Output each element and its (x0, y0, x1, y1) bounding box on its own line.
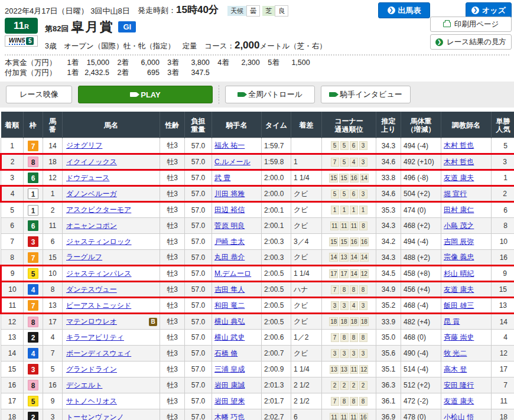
trainer-cell: 堀 宣行 (441, 186, 492, 202)
corner-positions: 7888 (322, 330, 376, 346)
table-row: 6611オニャンコポン牡357.0菅原 明良2:00.1クビ111111834.… (1, 218, 514, 234)
jockey-link[interactable]: 横山 典弘 (214, 317, 245, 325)
frame-number-badge: 5 (28, 268, 38, 279)
trainer-cell: 田村 康仁 (441, 202, 492, 218)
jockey-link[interactable]: 福永 祐一 (214, 141, 245, 149)
trainer-link[interactable]: 安田 隆行 (444, 381, 474, 389)
trainer-link[interactable]: 田村 康仁 (444, 206, 474, 214)
column-header: 調教師名 (441, 112, 492, 138)
frame-cell: 4 (24, 282, 43, 298)
horse-link[interactable]: マテンロウレオ (66, 317, 117, 325)
horse-link[interactable]: サトノヘリオス (66, 397, 117, 405)
corner-position-box: 18 (329, 317, 338, 326)
horse-name-cell: キラーアビリティ (63, 330, 160, 346)
trainer-link[interactable]: 斉藤 崇史 (444, 333, 474, 341)
jockey-link[interactable]: 横山 武史 (214, 333, 245, 341)
finish-time: 2:00.0 (262, 186, 291, 202)
race-video-button[interactable]: レース映像 (6, 86, 72, 103)
jockey-link[interactable]: 木幡 巧也 (214, 413, 245, 420)
finish-position: 6 (1, 218, 24, 234)
trainer-link[interactable]: 昆 貢 (444, 317, 460, 325)
result-guide-button[interactable]: レース結果の見方 (430, 34, 512, 50)
corner-positions: 5563 (322, 138, 376, 154)
jockey-link[interactable]: M.デムーロ (214, 269, 251, 278)
print-page-button[interactable]: 印刷用ページ (430, 17, 512, 32)
horse-link[interactable]: ビーアストニッシド (66, 301, 131, 310)
horse-link[interactable]: アスクビクターモア (66, 206, 131, 214)
table-row: 736ジャスティンロック牡357.0戸崎 圭太2:00.33／415151616… (1, 234, 514, 250)
horse-body-weight: 472 (-2) (401, 393, 441, 409)
jockey-link[interactable]: 吉田 隼人 (214, 285, 245, 294)
horse-link[interactable]: ダンテスヴュー (66, 285, 117, 294)
trainer-link[interactable]: 小桧山 悟 (444, 413, 474, 420)
corner-position-box: 8 (359, 397, 367, 406)
horse-link[interactable]: ジオグリフ (66, 141, 102, 149)
jockey-link[interactable]: C.ルメール (214, 158, 251, 166)
trainer-link[interactable]: 高木 登 (444, 365, 467, 373)
finish-position: 4 (1, 186, 24, 202)
jockey-link[interactable]: 石橋 脩 (214, 349, 238, 357)
trainer-link[interactable]: 牧 光二 (444, 349, 467, 357)
jockey-link[interactable]: 戸崎 圭太 (214, 237, 245, 246)
horse-link[interactable]: キラーアビリティ (66, 333, 124, 341)
trainer-link[interactable]: 吉岡 辰弥 (444, 237, 474, 246)
table-row: 1759サトノヘリオス牡357.0岩田 望来2:01.72 1/2788836.… (1, 393, 514, 409)
trainer-link[interactable]: 木村 哲也 (444, 158, 474, 166)
jockey-link[interactable]: 田辺 裕信 (214, 206, 245, 214)
trainer-link[interactable]: 宗像 義忠 (444, 253, 474, 261)
trainer-link[interactable]: 友道 康夫 (444, 174, 474, 182)
last-3f-time: 36.3 (376, 377, 401, 393)
horse-link[interactable]: ジャスティンパレス (66, 269, 132, 278)
odds-button[interactable]: オッズ (466, 2, 512, 18)
win-popularity: 17 (492, 362, 514, 377)
corner-position-box: 7 (331, 285, 339, 294)
jockey-link[interactable]: 三浦 皇成 (214, 365, 245, 373)
play-button[interactable]: PLAY (78, 86, 213, 103)
jockey-link[interactable]: 武 豊 (214, 174, 230, 182)
trainer-cell: 杉山 晴紀 (441, 266, 492, 282)
corner-positions: 3343 (322, 298, 376, 314)
jockey-link[interactable]: 和田 竜二 (214, 301, 245, 310)
frame-number-badge: 2 (28, 332, 38, 343)
jockey-link[interactable]: 岩田 望来 (214, 397, 245, 405)
horse-link[interactable]: ダノンベルーガ (66, 190, 117, 198)
win-popularity: 12 (492, 346, 514, 362)
jockey-link[interactable]: 川田 将雅 (214, 190, 245, 198)
horse-link[interactable]: ジャスティンロック (66, 237, 132, 246)
trainer-link[interactable]: 杉山 晴紀 (444, 269, 474, 278)
trainer-link[interactable]: 小島 茂之 (444, 222, 474, 230)
horse-link[interactable]: オニャンコポン (66, 222, 117, 230)
trainer-link[interactable]: 友道 康夫 (444, 397, 474, 405)
trainer-link[interactable]: 飯田 雄三 (444, 301, 474, 310)
jockey-link[interactable]: 菅原 明良 (214, 222, 245, 230)
horse-link[interactable]: トーセンヴァンノ (66, 413, 124, 420)
horse-number: 2 (43, 202, 63, 218)
jockey-link[interactable]: 岩田 康誠 (214, 381, 245, 389)
horse-link[interactable]: グランドライン (66, 365, 117, 373)
corner-position-box: 11 (330, 413, 338, 420)
trainer-link[interactable]: 堀 宣行 (444, 190, 467, 198)
finish-time: 2:01.3 (262, 377, 291, 393)
horse-link[interactable]: イクイノックス (66, 158, 117, 166)
last-3f-time: 33.8 (376, 170, 401, 186)
jockey-cell: 菅原 明良 (212, 218, 262, 234)
trainer-link[interactable]: 木村 哲也 (444, 141, 474, 149)
corner-position-box: 17 (329, 269, 338, 278)
jockey-interview-button[interactable]: 騎手インタビュー (321, 86, 411, 103)
carried-weight: 57.0 (185, 266, 212, 282)
patrol-video-button[interactable]: 全周パトロール (225, 86, 315, 103)
corner-positions: 14131414 (322, 250, 376, 266)
horse-body-weight: 488 (+2) (401, 250, 441, 266)
trainer-link[interactable]: 友道 康夫 (444, 285, 474, 294)
corner-positions: 15151616 (322, 234, 376, 250)
entries-button[interactable]: 出馬表 (378, 2, 430, 18)
horse-link[interactable]: ラーグルフ (66, 253, 102, 261)
horse-link[interactable]: ドウデュース (66, 174, 109, 182)
horse-body-weight: 456 (+4) (401, 282, 441, 298)
jockey-link[interactable]: 丸田 恭介 (214, 253, 245, 261)
finish-position: 13 (1, 330, 24, 346)
horse-link[interactable]: ボーンディスウェイ (66, 349, 131, 357)
corner-position-box: 11 (350, 365, 358, 374)
horse-link[interactable]: デシエルト (66, 381, 102, 389)
win-popularity: 18 (492, 409, 514, 420)
